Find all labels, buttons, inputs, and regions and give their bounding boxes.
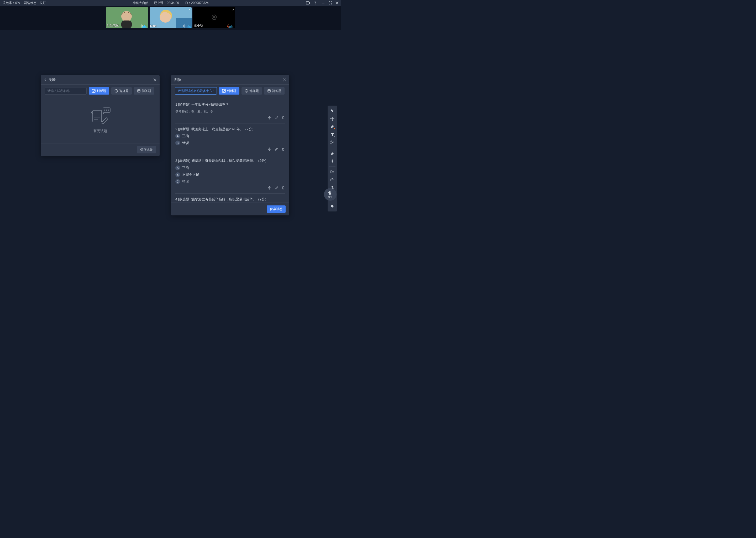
svg-point-25 [245,89,248,92]
close-icon[interactable]: × [189,8,191,12]
option-row[interactable]: A正确 [175,166,285,170]
move-icon[interactable] [268,186,271,190]
save-quiz-button[interactable]: 保存试卷 [137,146,156,153]
choice-question-button[interactable]: 选择题 [111,87,132,94]
settings-icon[interactable] [314,1,318,5]
option-row[interactable]: C错误 [175,179,285,184]
video-name: 叮当老师 [107,24,119,28]
edit-icon[interactable] [275,116,278,120]
answer-label: 参考答案：春、夏、秋、冬 [175,109,285,114]
edit-icon[interactable] [275,147,278,151]
svg-rect-2 [322,3,324,3]
question-item: 1 [简答题] 一年四季分别是哪四季？参考答案：春、夏、秋、冬 [175,99,285,124]
brightness-tool-icon[interactable] [329,157,336,165]
close-icon[interactable]: × [232,8,234,12]
move-icon[interactable] [268,116,271,120]
question-text: 2 [判断题] 我国宪法上一次更新是在2020年。（2分） [175,127,285,132]
question-text: 4 [多选题] 施华洛世奇是反华品牌，所以梁鼎琪反华。（2分） [175,197,285,202]
button-label: 保存试卷 [270,207,282,211]
quiz-title-input[interactable] [175,87,217,94]
svg-rect-24 [222,89,225,92]
question-actions [175,147,285,151]
short-answer-button[interactable]: 简答题 [264,87,285,94]
button-label: 选择题 [249,89,259,93]
svg-point-28 [331,143,332,144]
panel-title: 测验 [49,78,56,82]
panel-title: 测验 [174,78,181,82]
svg-point-12 [184,26,185,27]
delete-icon[interactable] [281,186,285,190]
svg-point-21 [105,110,105,111]
top-statusbar: 丢包率：0% 网络状态：良好 神秘大自然 已上课：02:34:09 ID：202… [0,0,341,6]
button-label: 选择题 [119,89,129,93]
pen-tool-icon[interactable] [329,123,336,130]
quiz-name-input[interactable] [45,87,87,94]
empty-quiz-icon [89,107,112,125]
video-tile-student[interactable]: × Nina [150,7,192,28]
svg-point-23 [108,110,109,111]
option-letter: C [175,179,180,184]
close-icon[interactable] [153,78,157,81]
toolbox-icon[interactable] [329,176,336,183]
button-label: 简答题 [272,89,281,93]
bell-tool-icon[interactable] [329,202,336,210]
back-icon[interactable] [44,78,47,81]
option-letter: A [175,166,180,170]
maximize-icon[interactable] [329,1,332,4]
move-tool-icon[interactable] [329,115,336,123]
quiz-panel-left: 测验 判断题 选择题 简答题 [41,75,160,156]
close-icon[interactable] [283,78,286,81]
close-window-icon[interactable] [336,1,339,4]
svg-rect-16 [92,89,95,92]
svg-point-29 [332,161,333,162]
judge-icon [92,89,96,93]
video-strip: 叮当老师 × Nina × 王小明 [0,6,341,30]
svg-point-22 [106,110,107,111]
folder-tool-icon[interactable] [329,168,336,176]
judge-icon [222,89,226,93]
network-status-label: 网络状态：良好 [24,1,46,5]
minimize-icon[interactable] [321,1,325,5]
judge-question-button[interactable]: 判断题 [219,87,239,94]
delete-icon[interactable] [281,116,285,120]
empty-state: 暂无试题 [45,99,155,139]
option-letter: B [175,140,180,145]
question-actions [175,186,285,190]
option-text: 正确 [182,134,189,138]
edit-icon[interactable] [275,186,278,190]
session-id-label: ID：2020070324 [185,1,209,5]
scissors-tool-icon[interactable] [329,139,336,146]
option-row[interactable]: A正确 [175,134,285,138]
pointer-tool-icon[interactable] [329,107,336,115]
short-answer-button[interactable]: 简答题 [134,87,154,94]
option-letter: A [175,134,180,138]
option-row[interactable]: B错误 [175,140,285,145]
video-tile-student[interactable]: × 王小明 [193,7,235,28]
svg-rect-26 [268,89,270,92]
hand-count: 0/2 [328,195,332,198]
save-quiz-button[interactable]: 保存试卷 [267,205,286,213]
empty-text: 暂无试题 [93,129,107,134]
question-text: 1 [简答题] 一年四季分别是哪四季？ [175,102,285,107]
svg-rect-18 [138,89,140,92]
delete-icon[interactable] [281,147,285,151]
video-tile-teacher[interactable]: 叮当老师 [106,7,148,28]
option-row[interactable]: B不完全正确 [175,172,285,177]
choice-question-button[interactable]: 选择题 [242,87,262,94]
option-text: 正确 [182,166,189,170]
main-area: 测验 判断题 选择题 简答题 [0,30,341,243]
judge-question-button[interactable]: 判断题 [89,87,109,94]
svg-rect-19 [93,110,102,122]
question-actions [175,116,285,120]
eraser-tool-icon[interactable] [329,149,336,157]
short-answer-icon [137,89,141,93]
mic-level-icon [186,25,191,27]
elapsed-label: 已上课：02:34:09 [154,1,179,5]
question-item: 2 [判断题] 我国宪法上一次更新是在2020年。（2分）A正确B错误 [175,124,285,155]
hand-raise-badge[interactable]: 0/2 [324,188,337,201]
text-tool-icon[interactable] [329,131,336,138]
move-icon[interactable] [268,147,271,151]
video-name: 王小明 [194,24,203,28]
button-label: 简答题 [142,89,151,93]
camera-toggle-icon[interactable] [306,1,310,4]
